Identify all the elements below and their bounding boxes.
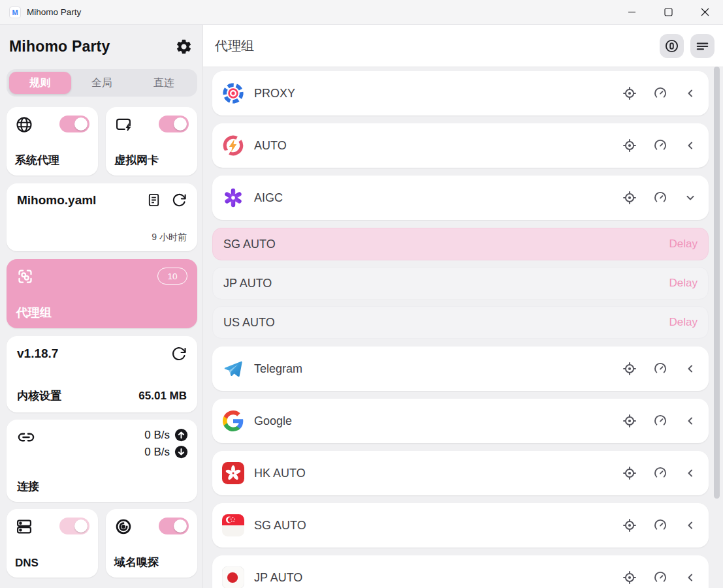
- upload-arrow-icon: [174, 428, 188, 442]
- connections-label: 连接: [17, 479, 188, 494]
- sniff-card[interactable]: 域名嗅探: [106, 509, 197, 578]
- dns-card[interactable]: DNS: [7, 509, 98, 578]
- group-row-auto[interactable]: AUTO: [212, 123, 709, 168]
- locate-node-button[interactable]: [622, 518, 637, 533]
- speed-test-button[interactable]: [653, 466, 667, 480]
- chevron-left-icon: [684, 87, 697, 100]
- group-name: AIGC: [254, 191, 283, 205]
- window-controls: [613, 0, 723, 25]
- profile-name: Mihomo.yaml: [17, 193, 96, 208]
- speed-test-button[interactable]: [653, 362, 667, 376]
- speed-test-button[interactable]: [653, 138, 667, 153]
- main-panel: 代理组 PROXY: [203, 25, 723, 588]
- close-button[interactable]: [686, 0, 723, 25]
- locate-node-button[interactable]: [622, 86, 637, 101]
- outbound-mode-tabs: 规则 全局 直连: [7, 69, 197, 97]
- jp-flag-icon: [222, 566, 244, 588]
- proxy-groups-icon: [16, 268, 34, 285]
- page-title: 代理组: [215, 37, 254, 55]
- delay-label[interactable]: Delay: [669, 316, 698, 329]
- download-speed: 0 B/s: [144, 446, 170, 459]
- delay-label[interactable]: Delay: [669, 277, 698, 290]
- minimize-button[interactable]: [613, 0, 650, 25]
- locate-node-button[interactable]: [622, 138, 637, 153]
- sg-flag-icon: [222, 514, 244, 536]
- tab-direct-mode[interactable]: 直连: [133, 72, 195, 94]
- proxy-node-row-sg-auto[interactable]: SG AUTO Delay: [212, 228, 709, 260]
- list-layout-button[interactable]: [690, 34, 715, 58]
- group-row-sg-auto[interactable]: SG AUTO: [212, 503, 709, 548]
- tab-rule-mode[interactable]: 规则: [9, 72, 71, 94]
- system-proxy-card[interactable]: 系统代理: [7, 107, 98, 176]
- speed-test-button[interactable]: [653, 191, 667, 205]
- expand-chevron-button[interactable]: [684, 87, 697, 100]
- sidebar-item-proxy-groups[interactable]: 10 代理组: [7, 259, 197, 328]
- group-name: SG AUTO: [254, 519, 306, 533]
- expand-chevron-button[interactable]: [684, 571, 697, 584]
- group-row-telegram[interactable]: Telegram: [212, 347, 709, 391]
- maximize-button[interactable]: [650, 0, 686, 25]
- tun-toggle[interactable]: [159, 116, 189, 132]
- restart-core-button[interactable]: [171, 346, 187, 362]
- profile-updated-time: 9 小时前: [17, 232, 187, 243]
- group-row-proxy[interactable]: PROXY: [212, 71, 709, 116]
- sniff-toggle[interactable]: [159, 518, 189, 534]
- tab-global-mode[interactable]: 全局: [71, 72, 133, 94]
- proxy-shutter-icon: [222, 82, 244, 104]
- virtual-nic-icon: [114, 116, 133, 134]
- app-title: Mihomo Party: [9, 38, 110, 55]
- upload-speed: 0 B/s: [144, 429, 170, 442]
- toggle-knob: [174, 519, 187, 533]
- expand-chevron-button[interactable]: [684, 139, 697, 152]
- tun-card[interactable]: 虚拟网卡: [106, 107, 197, 176]
- speed-test-button[interactable]: [653, 570, 667, 585]
- list-lines-icon: [695, 39, 710, 54]
- minimize-icon: [628, 8, 636, 16]
- collapse-chevron-button[interactable]: [684, 191, 697, 204]
- proxy-group-list: PROXY AUTO: [203, 67, 723, 588]
- group-name: Google: [254, 414, 292, 428]
- locate-node-button[interactable]: [622, 414, 637, 428]
- expand-chevron-button[interactable]: [684, 467, 697, 480]
- core-settings-card[interactable]: v1.18.7 内核设置 65.01 MB: [7, 336, 197, 412]
- expand-chevron-button[interactable]: [684, 362, 697, 375]
- chevron-left-icon: [684, 139, 697, 152]
- toggle-knob: [74, 117, 88, 131]
- hk-flag-icon: [222, 462, 244, 484]
- titlebar: M Mihomo Party: [0, 0, 723, 25]
- toggle-knob: [174, 117, 187, 131]
- expand-chevron-button[interactable]: [684, 519, 697, 532]
- chevron-down-icon: [684, 191, 697, 204]
- update-profile-button[interactable]: [172, 193, 187, 208]
- speed-test-button[interactable]: [653, 518, 667, 533]
- close-icon: [701, 8, 709, 16]
- profile-card[interactable]: Mihomo.yaml 9 小时前: [7, 183, 197, 251]
- group-row-jp-auto[interactable]: JP AUTO: [212, 555, 709, 588]
- app-logo-icon: M: [9, 7, 21, 18]
- locate-node-button[interactable]: [622, 466, 637, 480]
- chevron-left-icon: [684, 571, 697, 584]
- group-row-hk-auto[interactable]: HK AUTO: [212, 451, 709, 495]
- speed-test-button[interactable]: [653, 414, 667, 428]
- group-name: PROXY: [254, 87, 295, 101]
- sidebar-item-connections[interactable]: 0 B/s 0 B/s 连接: [7, 420, 197, 502]
- expand-chevron-button[interactable]: [684, 414, 697, 427]
- edit-profile-button[interactable]: [146, 193, 161, 208]
- dns-toggle[interactable]: [59, 518, 89, 534]
- proxy-node-row-us-auto[interactable]: US AUTO Delay: [212, 306, 709, 339]
- scrollbar-thumb[interactable]: [714, 67, 720, 499]
- proxy-groups-label: 代理组: [16, 305, 187, 320]
- settings-button[interactable]: [174, 37, 193, 56]
- toggle-knob: [74, 519, 88, 533]
- zero-delay-filter-button[interactable]: [660, 34, 684, 58]
- main-header: 代理组: [203, 25, 723, 67]
- locate-node-button[interactable]: [622, 191, 637, 205]
- group-row-google[interactable]: Google: [212, 399, 709, 443]
- delay-label[interactable]: Delay: [669, 238, 698, 251]
- locate-node-button[interactable]: [622, 362, 637, 376]
- system-proxy-toggle[interactable]: [59, 116, 89, 132]
- proxy-node-row-jp-auto[interactable]: JP AUTO Delay: [212, 267, 709, 300]
- locate-node-button[interactable]: [622, 570, 637, 585]
- speed-test-button[interactable]: [653, 86, 667, 101]
- group-row-aigc[interactable]: AIGC: [212, 176, 709, 220]
